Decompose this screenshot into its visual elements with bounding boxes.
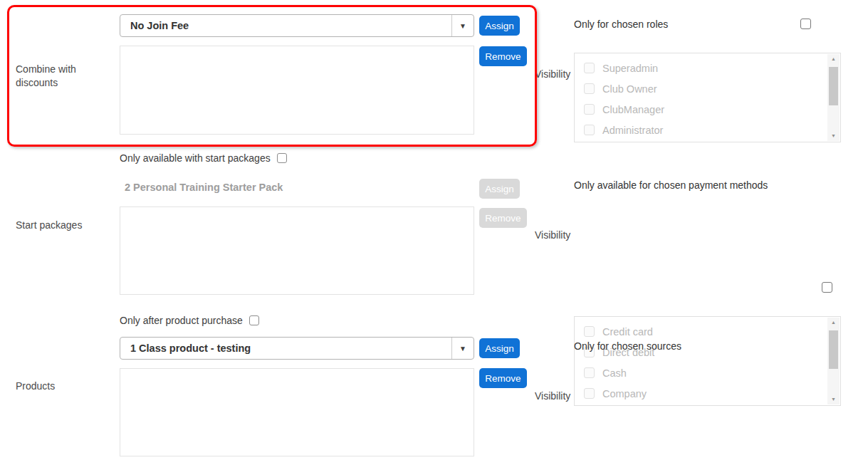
only-with-start-packages-checkbox[interactable] bbox=[277, 153, 287, 163]
payment-method-checkbox bbox=[584, 326, 595, 337]
products-remove-button[interactable]: Remove bbox=[479, 368, 527, 388]
chevron-down-icon[interactable]: ▼ bbox=[451, 15, 474, 36]
products-assign-button[interactable]: Assign bbox=[479, 338, 520, 358]
start-packages-dropdown-disabled: 2 Personal Training Starter Pack bbox=[125, 182, 283, 193]
list-item[interactable]: Credit card bbox=[575, 321, 840, 342]
products-dropdown-value: 1 Class product - testing bbox=[120, 343, 451, 354]
visibility-label-roles: Visibility bbox=[535, 68, 570, 80]
start-packages-remove-button: Remove bbox=[479, 208, 527, 228]
start-packages-assign-button: Assign bbox=[479, 179, 520, 199]
discounts-dropdown-value: No Join Fee bbox=[120, 20, 451, 31]
list-item[interactable]: Cash bbox=[575, 362, 840, 383]
role-checkbox bbox=[584, 125, 595, 135]
scroll-up-icon[interactable]: ▲ bbox=[827, 54, 840, 64]
only-for-chosen-payment-methods-title: Only available for chosen payment method… bbox=[574, 179, 768, 191]
scrollbar[interactable]: ▲ ▼ bbox=[827, 54, 840, 141]
discounts-assigned-listbox[interactable] bbox=[120, 46, 474, 135]
payment-method-checkbox bbox=[584, 367, 595, 378]
discounts-remove-button[interactable]: Remove bbox=[479, 46, 527, 66]
only-for-chosen-roles-checkbox[interactable] bbox=[800, 19, 811, 29]
products-assigned-listbox[interactable] bbox=[120, 368, 474, 456]
scroll-up-icon[interactable]: ▲ bbox=[827, 318, 840, 328]
list-item[interactable]: Club Owner bbox=[575, 78, 840, 99]
list-item[interactable]: Superadmin bbox=[575, 58, 840, 78]
products-label: Products bbox=[16, 380, 108, 393]
only-after-product-purchase-checkbox[interactable] bbox=[249, 315, 259, 325]
discounts-dropdown[interactable]: No Join Fee ▼ bbox=[120, 14, 474, 37]
scrollbar-thumb[interactable] bbox=[829, 330, 838, 369]
payment-method-checkbox bbox=[584, 388, 595, 399]
scrollbar[interactable]: ▲ ▼ bbox=[827, 318, 840, 404]
payment-method-label: Company bbox=[602, 388, 647, 399]
scroll-down-icon[interactable]: ▼ bbox=[827, 131, 840, 141]
start-packages-label: Start packages bbox=[16, 219, 108, 232]
visibility-label-payment: Visibility bbox=[535, 229, 570, 241]
visibility-label-sources: Visibility bbox=[535, 390, 570, 402]
only-for-chosen-payment-methods-checkbox[interactable] bbox=[822, 282, 832, 293]
combine-with-discounts-label: Combine with discounts bbox=[16, 63, 100, 90]
payment-method-label: Credit card bbox=[602, 326, 653, 338]
scrollbar-thumb[interactable] bbox=[829, 67, 838, 105]
only-for-chosen-roles-title: Only for chosen roles bbox=[574, 19, 668, 30]
list-item[interactable]: Company bbox=[575, 383, 840, 404]
payment-method-label: Cash bbox=[602, 367, 627, 379]
role-checkbox bbox=[584, 83, 595, 94]
role-label: Club Owner bbox=[602, 83, 657, 95]
chevron-down-icon[interactable]: ▼ bbox=[451, 338, 474, 359]
role-label: Superadmin bbox=[602, 63, 658, 74]
role-checkbox bbox=[584, 104, 595, 115]
role-label: ClubManager bbox=[602, 104, 664, 115]
list-item[interactable]: Administrator bbox=[575, 120, 840, 140]
only-with-start-packages-row: Only available with start packages bbox=[120, 152, 287, 164]
role-checkbox bbox=[584, 63, 595, 73]
scroll-down-icon[interactable]: ▼ bbox=[827, 395, 840, 404]
start-packages-assigned-listbox[interactable] bbox=[120, 207, 474, 295]
payment-methods-list: Credit card Direct debit Cash Company ▲ … bbox=[574, 316, 841, 406]
role-label: Administrator bbox=[602, 125, 663, 136]
products-dropdown[interactable]: 1 Class product - testing ▼ bbox=[120, 337, 474, 360]
only-after-product-purchase-row: Only after product purchase bbox=[120, 315, 259, 326]
only-with-start-packages-label: Only available with start packages bbox=[120, 152, 271, 164]
only-after-product-purchase-label: Only after product purchase bbox=[120, 315, 243, 326]
discounts-assign-button[interactable]: Assign bbox=[479, 16, 520, 36]
list-item[interactable]: ClubManager bbox=[575, 99, 840, 120]
only-for-chosen-sources-title: Only for chosen sources bbox=[574, 340, 681, 352]
roles-list: Superadmin Club Owner ClubManager Admini… bbox=[574, 53, 841, 142]
